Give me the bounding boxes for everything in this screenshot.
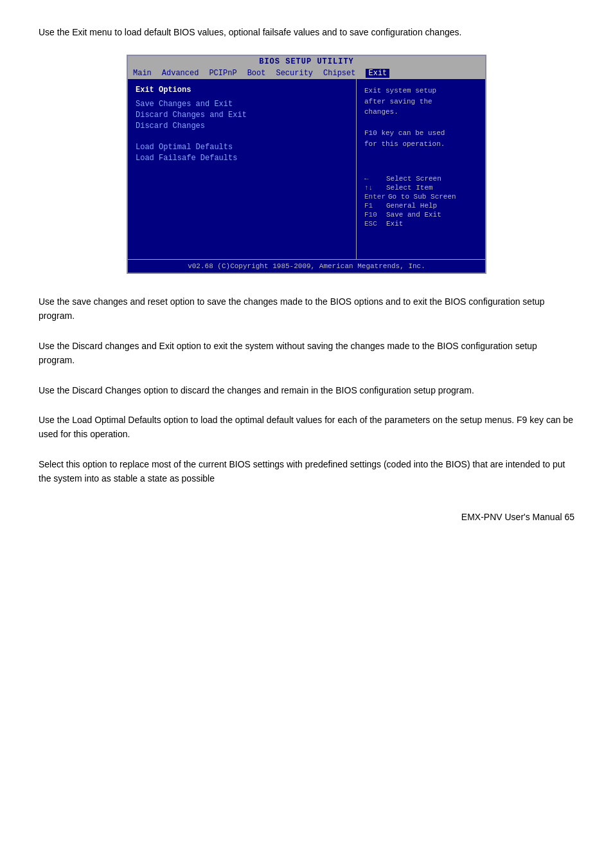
key-left-arrow: ← (364, 175, 384, 183)
para-discard-changes: Use the Discard Changes option to discar… (39, 383, 574, 397)
menu-boot[interactable]: Boot (247, 69, 266, 78)
key-exit-label: Exit (386, 220, 403, 228)
key-select-item-label: Select Item (386, 184, 433, 192)
bios-section-title: Exit Options (136, 86, 348, 95)
menu-pcipnp[interactable]: PCIPnP (209, 69, 236, 78)
bios-keys: ← Select Screen ↑↓ Select Item Enter Go … (364, 175, 477, 228)
key-select-screen-label: Select Screen (386, 175, 441, 183)
para-load-failsafe: Select this option to replace most of th… (39, 457, 574, 486)
menu-security[interactable]: Security (276, 69, 313, 78)
page-footer: EMX-PNV User's Manual 65 (39, 512, 574, 522)
menu-advanced[interactable]: Advanced (162, 69, 199, 78)
key-save-exit-label: Save and Exit (386, 211, 441, 219)
bios-key-esc: ESC Exit (364, 220, 477, 228)
bios-right-panel: Exit system setupafter saving thechanges… (357, 79, 485, 259)
bios-key-f1: F1 General Help (364, 202, 477, 210)
key-help-label: General Help (386, 202, 437, 210)
bios-option-discard[interactable]: Discard Changes (136, 122, 348, 131)
bios-key-f10: F10 Save and Exit (364, 211, 477, 219)
menu-exit[interactable]: Exit (366, 69, 389, 78)
intro-paragraph: Use the Exit menu to load default BIOS v… (39, 26, 574, 39)
bios-left-panel: Exit Options Save Changes and Exit Disca… (128, 79, 357, 259)
bios-content: Exit Options Save Changes and Exit Disca… (128, 79, 485, 259)
key-subscreen-label: Go to Sub Screen (388, 193, 456, 201)
bios-option-load-failsafe[interactable]: Load Failsafe Defaults (136, 154, 348, 163)
key-f10: F10 (364, 211, 384, 219)
bios-option-discard-exit[interactable]: Discard Changes and Exit (136, 111, 348, 120)
menu-chipset[interactable]: Chipset (323, 69, 355, 78)
bios-option-load-optimal[interactable]: Load Optimal Defaults (136, 143, 348, 152)
bios-footer: v02.68 (C)Copyright 1985-2009, American … (128, 259, 485, 273)
bios-option-save-exit[interactable]: Save Changes and Exit (136, 100, 348, 109)
bios-key-enter: Enter Go to Sub Screen (364, 193, 477, 201)
para-load-optimal: Use the Load Optimal Defaults option to … (39, 413, 574, 442)
para-discard-exit: Use the Discard changes and Exit option … (39, 339, 574, 368)
key-esc: ESC (364, 220, 384, 228)
para-save-changes: Use the save changes and reset option to… (39, 294, 574, 323)
key-enter: Enter (364, 193, 386, 201)
bios-title-bar: BIOS SETUP UTILITY (128, 56, 485, 68)
bios-key-select-item: ↑↓ Select Item (364, 184, 477, 192)
key-f1: F1 (364, 202, 384, 210)
key-updown-arrow: ↑↓ (364, 184, 384, 192)
bios-key-select-screen: ← Select Screen (364, 175, 477, 183)
bios-help-text: Exit system setupafter saving thechanges… (364, 86, 477, 149)
menu-main[interactable]: Main (133, 69, 152, 78)
bios-screenshot: BIOS SETUP UTILITY Main Advanced PCIPnP … (127, 55, 486, 274)
bios-menu-bar: Main Advanced PCIPnP Boot Security Chips… (128, 68, 485, 79)
